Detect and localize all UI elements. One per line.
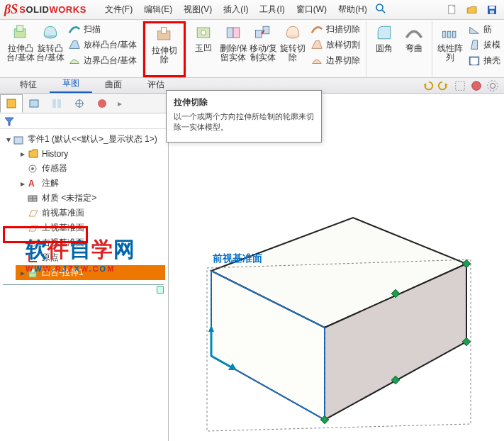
svg-rect-36 <box>52 99 56 108</box>
svg-rect-37 <box>57 99 61 108</box>
fillet-button[interactable]: 圆角 <box>369 21 399 55</box>
rollback-bar[interactable] <box>157 286 164 294</box>
bend-icon <box>404 23 424 43</box>
svg-rect-5 <box>489 6 495 9</box>
shell-button[interactable]: 抽壳 <box>465 52 503 68</box>
loft-icon <box>68 38 81 51</box>
loft-cut-button[interactable]: 放样切割 <box>308 37 363 52</box>
linear-pattern-label: 线性阵列 <box>435 44 465 62</box>
side-tab-property-manager[interactable] <box>23 94 45 113</box>
logo-ds-icon: βS <box>4 2 18 17</box>
logo-text: SOLIDWORKS <box>19 4 86 15</box>
svg-marker-20 <box>312 41 322 49</box>
side-tab-more[interactable]: ▸ <box>113 94 126 113</box>
save-icon[interactable] <box>484 2 500 18</box>
svg-rect-27 <box>472 59 477 65</box>
tree-annotations[interactable]: ▸A注解 <box>16 176 165 191</box>
graphics-viewport[interactable]: 前视基准面 <box>169 94 504 441</box>
boundary-button[interactable]: 边界凸台/基体 <box>65 52 140 68</box>
tree-sensors[interactable]: 传感器 <box>16 161 165 176</box>
extrude-cut-button[interactable]: 拉伸切除 <box>150 23 179 66</box>
revolve-cut-button[interactable]: 旋转切除 <box>278 21 308 64</box>
boundary-cut-button[interactable]: 边界切除 <box>308 52 363 68</box>
svg-rect-43 <box>14 137 23 144</box>
tree-top-plane[interactable]: 上视基准面 <box>16 220 165 235</box>
annotations-icon: A <box>27 178 40 189</box>
sweep-button[interactable]: 扫描 <box>65 21 140 37</box>
svg-rect-30 <box>456 82 465 91</box>
bend-button[interactable]: 弯曲 <box>399 21 429 55</box>
svg-rect-16 <box>233 28 240 38</box>
redo-icon[interactable] <box>437 79 451 93</box>
tree-front-plane[interactable]: 前视基准面 <box>16 206 165 220</box>
watermark: 软件自学网 WWW.RJZXW.COM <box>26 235 135 273</box>
svg-rect-23 <box>453 31 456 38</box>
select-icon[interactable] <box>453 79 467 93</box>
tree-history[interactable]: ▸History <box>16 147 165 161</box>
tooltip-title: 拉伸切除 <box>174 96 314 108</box>
draft-icon <box>468 38 481 51</box>
extrude-cut-icon <box>155 25 174 45</box>
tab-surface[interactable]: 曲面 <box>92 77 135 93</box>
loft-cut-icon <box>310 38 323 51</box>
menu-edit[interactable]: 编辑(E) <box>138 1 178 18</box>
fillet-label: 圆角 <box>376 44 393 53</box>
svg-rect-15 <box>228 28 234 38</box>
delete-keep-label: 删除/保留实体 <box>218 44 248 62</box>
side-tab-config-manager[interactable] <box>45 94 68 113</box>
revolve-boss-icon <box>40 23 60 43</box>
menu-tools[interactable]: 工具(I) <box>254 1 290 18</box>
menu-insert[interactable]: 插入(I) <box>218 1 254 18</box>
rib-icon <box>468 23 481 35</box>
svg-marker-51 <box>29 225 38 231</box>
svg-line-1 <box>382 10 385 13</box>
fillet-icon <box>374 23 394 43</box>
menu-view[interactable]: 视图(V) <box>178 1 218 18</box>
open-icon[interactable] <box>464 2 480 18</box>
extrude-boss-button[interactable]: 拉伸凸台/基体 <box>6 21 35 64</box>
appearance-icon[interactable] <box>469 79 483 93</box>
extrude-cut-label: 拉伸切除 <box>150 46 179 65</box>
part-icon <box>13 134 26 145</box>
menu-file[interactable]: 文件(F) <box>99 1 138 18</box>
funnel-icon <box>4 116 14 126</box>
boundary-icon <box>68 54 81 67</box>
side-tab-feature-manager[interactable] <box>0 94 23 113</box>
tab-sketch[interactable]: 草图 <box>50 75 92 93</box>
plane-label: 前视基准面 <box>213 252 262 265</box>
svg-marker-25 <box>471 40 478 50</box>
boundary-cut-icon <box>310 54 323 67</box>
new-doc-icon[interactable] <box>444 2 460 18</box>
revolve-boss-label: 旋转凸台/基体 <box>35 44 65 62</box>
revolve-boss-button[interactable]: 旋转凸台/基体 <box>35 21 65 64</box>
material-icon <box>27 193 40 204</box>
plane-icon <box>27 223 40 234</box>
menu-help[interactable]: 帮助(H) <box>332 1 373 18</box>
svg-rect-35 <box>30 100 38 107</box>
linear-pattern-icon <box>440 23 460 43</box>
tree-filter[interactable] <box>0 113 168 129</box>
linear-pattern-button[interactable]: 线性阵列 <box>435 21 465 64</box>
sweep-cut-button[interactable]: 扫描切除 <box>308 21 363 37</box>
loft-button[interactable]: 放样凸台/基体 <box>65 37 140 52</box>
side-tab-display-manager[interactable] <box>91 94 113 113</box>
tab-feature[interactable]: 特征 <box>7 77 50 93</box>
tree-material[interactable]: 材质 <未指定> <box>16 191 165 206</box>
hole-wizard-button[interactable]: 玉凹 <box>189 21 218 55</box>
rib-button[interactable]: 筋 <box>465 21 503 37</box>
sensors-icon <box>27 163 40 174</box>
revolve-cut-label: 旋转切除 <box>278 44 308 62</box>
menu-window[interactable]: 窗口(W) <box>291 1 332 18</box>
delete-keep-button[interactable]: 删除/保留实体 <box>218 21 248 64</box>
move-copy-button[interactable]: 移动/复制实体 <box>248 21 278 64</box>
undo-icon[interactable] <box>420 79 435 93</box>
search-icon[interactable] <box>373 1 388 16</box>
svg-point-14 <box>201 30 206 35</box>
settings-icon[interactable] <box>486 79 500 93</box>
svg-point-33 <box>488 81 498 91</box>
tree-part-root[interactable]: ▾ 零件1 (默认<<默认>_显示状态 1>) <box>1 132 165 147</box>
sweep-icon <box>68 23 81 35</box>
side-tab-dimxpert[interactable] <box>68 94 91 113</box>
draft-button[interactable]: 拔模 <box>465 37 503 52</box>
menu-bar: βS SOLIDWORKS 文件(F) 编辑(E) 视图(V) 插入(I) 工具… <box>0 0 504 20</box>
